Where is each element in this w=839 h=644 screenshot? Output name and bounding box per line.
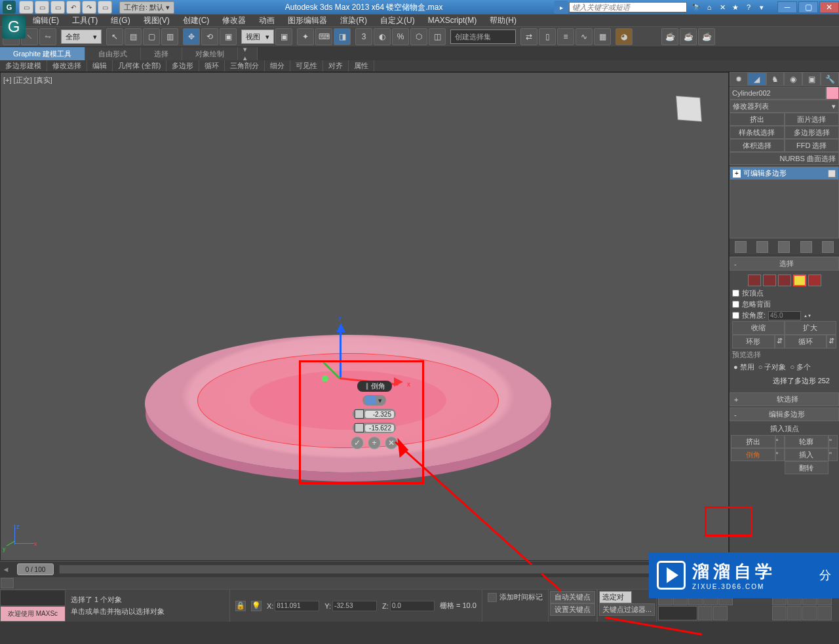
infocenter-search[interactable] — [569, 2, 687, 12]
infocenter-arrow-icon[interactable]: ▸ — [554, 1, 568, 14]
render-setup-icon[interactable]: ☕ — [661, 28, 678, 45]
extrude-settings-icon[interactable]: ▫ — [775, 435, 785, 448]
trackbar-curve-icon[interactable] — [1, 578, 14, 588]
subobj-edge-icon[interactable] — [763, 275, 776, 286]
reference-coord[interactable]: 视图 ▾ — [241, 29, 274, 44]
menu-view[interactable]: 视图(V) — [137, 14, 176, 28]
ribbon-freeform[interactable]: 自由形式 — [85, 47, 141, 60]
help-icon[interactable]: ? — [743, 2, 754, 12]
sr-geom[interactable]: 几何体 (全部) — [113, 60, 166, 71]
select-name-icon[interactable]: ▤ — [125, 28, 142, 45]
create-tab-icon[interactable]: ✹ — [730, 72, 748, 86]
inset-button[interactable]: 插入 — [785, 448, 829, 461]
manipulate-icon[interactable]: ✦ — [297, 28, 314, 45]
ring-button[interactable]: 环形 — [732, 335, 775, 349]
menu-group[interactable]: 组(G) — [104, 14, 136, 28]
modifier-list[interactable]: 修改器列表▾ — [730, 100, 839, 113]
select-region-icon[interactable]: ▢ — [143, 28, 160, 45]
subobj-border-icon[interactable] — [778, 275, 791, 286]
insert-vertex-button[interactable]: 插入顶点 — [731, 423, 838, 435]
grow-button[interactable]: 扩大 — [785, 321, 837, 335]
max-viewport-icon[interactable] — [817, 606, 832, 620]
material-editor-icon[interactable]: ◕ — [615, 28, 633, 45]
maximize-button[interactable]: ▢ — [798, 1, 818, 13]
orbit-icon[interactable] — [787, 606, 802, 620]
inset-settings-icon[interactable]: ▫ — [829, 448, 838, 461]
preview-subobj[interactable]: ○ 子对象 — [758, 362, 787, 372]
close-button[interactable]: ✕ — [819, 1, 839, 13]
subscription-icon[interactable]: ⌂ — [704, 2, 714, 12]
pan-icon[interactable] — [772, 606, 787, 620]
lock-icon[interactable]: 🔒 — [235, 601, 246, 611]
selection-rollout[interactable]: -选择 — [730, 257, 839, 271]
select-icon[interactable]: ↖ — [106, 28, 123, 45]
binoculars-icon[interactable]: 🔭 — [691, 2, 701, 12]
coord-z[interactable] — [390, 601, 435, 611]
subobj-polygon-icon[interactable] — [793, 275, 806, 286]
outline-settings-icon[interactable]: ▫ — [829, 435, 838, 448]
modify-tab-icon[interactable]: ◢ — [748, 72, 766, 86]
scale-icon[interactable]: ▣ — [220, 28, 237, 45]
window-crossing-icon[interactable]: ▥ — [161, 28, 178, 45]
stack-bulb-icon[interactable] — [828, 170, 836, 178]
hierarchy-tab-icon[interactable]: ♞ — [766, 72, 785, 86]
keyfilter-button[interactable]: 关键点过滤器... — [599, 603, 655, 616]
minimize-button[interactable]: ─ — [777, 1, 797, 13]
bind-icon[interactable]: ⥊ — [39, 28, 56, 45]
qa-redo-icon[interactable]: ↷ — [82, 1, 96, 14]
extrude-button[interactable]: 挤出 — [731, 435, 775, 448]
angle-field[interactable] — [768, 311, 801, 320]
move-icon[interactable]: ✥ — [183, 28, 200, 45]
cat-poly[interactable]: 多边形选择 — [785, 126, 840, 139]
autokey-button[interactable]: 自动关键点 — [550, 591, 595, 603]
angle-snap-icon[interactable]: ◐ — [374, 28, 391, 45]
walk-icon[interactable] — [802, 606, 817, 620]
menu-help[interactable]: 帮助(H) — [483, 14, 523, 28]
remove-mod-icon[interactable] — [800, 241, 812, 253]
menu-create[interactable]: 创建(C) — [176, 14, 216, 28]
listener-mini[interactable] — [0, 590, 66, 606]
flip-button[interactable]: 翻转 — [785, 461, 829, 474]
viewport-label[interactable]: [+] [正交] [真实] — [3, 75, 52, 85]
menu-tools[interactable]: 工具(T) — [66, 14, 104, 28]
sr-polymodel[interactable]: 多边形建模 — [0, 60, 47, 71]
current-frame[interactable] — [658, 606, 697, 620]
cat-spline[interactable]: 样条线选择 — [730, 126, 785, 139]
qa-open-icon[interactable]: ▭ — [35, 1, 49, 14]
dropdown-icon[interactable]: ▾ — [756, 2, 767, 12]
menu-edit[interactable]: 编辑(E) — [26, 14, 66, 28]
coord-x[interactable] — [275, 601, 319, 611]
ribbon-selection[interactable]: 选择 — [141, 47, 182, 60]
subobj-element-icon[interactable] — [808, 275, 821, 286]
menu-render[interactable]: 渲染(R) — [334, 14, 374, 28]
cat-nurbs[interactable]: NURBS 曲面选择 — [730, 152, 839, 165]
shrink-button[interactable]: 收缩 — [732, 321, 785, 335]
bevel-button[interactable]: 倒角 — [731, 448, 775, 461]
editpoly-rollout[interactable]: -编辑多边形 — [730, 407, 839, 421]
app-icon[interactable]: G — [3, 1, 16, 14]
qa-new-icon[interactable]: ▭ — [19, 1, 33, 14]
sr-align[interactable]: 对齐 — [323, 60, 349, 71]
layers-icon[interactable]: ≡ — [557, 28, 574, 45]
menu-maxscript[interactable]: MAXScript(M) — [421, 14, 484, 26]
object-color-swatch[interactable] — [826, 86, 839, 100]
cat-ffd[interactable]: FFD 选择 — [785, 139, 840, 152]
schematic-icon[interactable]: ▦ — [594, 28, 611, 45]
bevel-settings-icon[interactable]: ▫ — [775, 448, 785, 461]
by-vertex-check[interactable] — [732, 290, 739, 297]
loop-button[interactable]: 循环 — [785, 335, 827, 349]
qa-link-icon[interactable]: ▭ — [98, 1, 112, 14]
ribbon-expand-icon[interactable]: ▾ ▴ — [238, 47, 258, 60]
listener-output[interactable]: 欢迎使用 MAXSc — [0, 606, 66, 622]
setkey-button[interactable]: 设置关键点 — [550, 603, 595, 616]
sr-modsel[interactable]: 修改选择 — [47, 60, 87, 71]
snap-toggle-icon[interactable]: ◨ — [334, 28, 351, 45]
workspace-selector[interactable]: 工作台: 默认 ▾ — [119, 1, 174, 14]
subobj-vertex-icon[interactable] — [748, 275, 761, 286]
ribbon-paint[interactable]: 对象绘制 — [182, 47, 238, 60]
edged-icon[interactable]: ◫ — [429, 28, 446, 45]
selection-filter[interactable]: 全部 ▾ — [61, 29, 102, 44]
favorite-icon[interactable]: ★ — [730, 2, 741, 12]
by-angle-check[interactable] — [732, 312, 739, 319]
time-config-icon[interactable] — [713, 606, 728, 620]
